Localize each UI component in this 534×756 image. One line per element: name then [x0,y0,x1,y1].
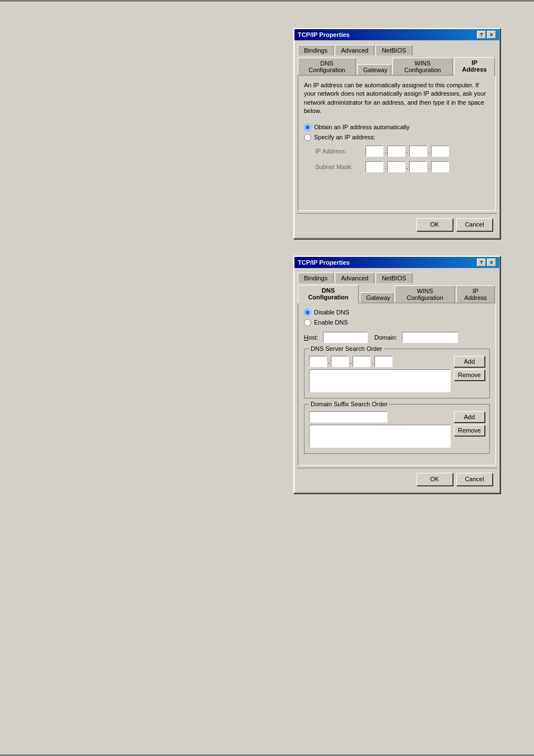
ok-button-2[interactable]: OK [416,473,453,486]
titlebar-2: TCP/IP Properties ? × [294,257,499,268]
tab-gateway-2[interactable]: Gateway [360,292,394,303]
dialog-1-title: TCP/IP Properties [298,31,350,38]
tab-ipaddress-1[interactable]: IP Address [454,57,495,76]
dns-ip-input-row: . . . [309,356,451,367]
dns-remove-button[interactable]: Remove [454,369,485,381]
ip-address-input-group: . . . [366,145,449,157]
tab-dns-1[interactable]: DNS Configuration [298,58,356,75]
radio-auto-label: Obtain an IP address automatically [314,124,409,130]
dialog-2-title: TCP/IP Properties [298,259,350,266]
tab-bindings-1[interactable]: Bindings [298,45,334,55]
tab-bindings-2[interactable]: Bindings [298,273,334,283]
host-domain-row: Host: Domain: [304,332,490,343]
dns-ip-seg-1[interactable] [309,356,327,367]
dns-server-list[interactable] [309,369,451,392]
domain-label: Domain: [374,334,397,341]
dialog-2-content: Bindings Advanced NetBIOS DNS Configurat… [294,268,499,492]
ip-seg-1[interactable] [366,145,383,157]
dns-server-content: . . . Add Remove [309,356,485,393]
tab-gateway-1[interactable]: Gateway [357,64,391,75]
dialog-tcpip-1: TCP/IP Properties ? × Bindings Advanced … [293,28,500,239]
ip-address-row: IP Address: . . . [315,145,490,157]
close-button-1[interactable]: × [487,31,496,39]
tab-wins-1[interactable]: WINS Configuration [392,58,453,75]
dns-radio-group: Disable DNS Enable DNS [304,309,490,326]
radio-disable-dns-item: Disable DNS [304,309,490,316]
dns-ip-seg-2[interactable] [331,356,349,367]
dns-ip-seg-4[interactable] [374,356,392,367]
radio-auto[interactable] [304,124,311,131]
ip-address-label: IP Address: [315,148,366,154]
tabs-row1-d2: Bindings Advanced NetBIOS [297,270,497,283]
domain-suffix-left [309,411,451,449]
tab-advanced-1[interactable]: Advanced [335,45,374,55]
dialog-tcpip-2: TCP/IP Properties ? × Bindings Advanced … [293,256,500,494]
title-buttons-2: ? × [477,259,496,266]
subnet-mask-row: Subnet Mask: . . . [315,161,490,172]
cancel-button-2[interactable]: Cancel [456,473,493,486]
radio-specify-item: Specify an IP address: [304,134,490,141]
tabs-row2-d1: DNS Configuration Gateway WINS Configura… [297,55,497,75]
ok-button-1[interactable]: OK [416,218,453,231]
domain-suffix-input-row [309,411,451,422]
domain-suffix-add-button[interactable]: Add [454,411,485,422]
subnet-seg-4[interactable] [431,161,449,172]
radio-disable-dns-label: Disable DNS [314,309,349,316]
tab-dns-config-2[interactable]: DNS Configuration [298,285,359,303]
subnet-mask-label: Subnet Mask: [315,163,366,170]
radio-auto-item: Obtain an IP address automatically [304,124,490,131]
dns-server-label: DNS Server Search Order [309,345,384,352]
domain-suffix-list[interactable] [309,425,451,448]
ip-seg-4[interactable] [431,145,449,157]
help-button-2[interactable]: ? [477,259,486,266]
dialog-1-content: Bindings Advanced NetBIOS DNS Configurat… [294,40,499,238]
help-button-1[interactable]: ? [477,31,486,39]
tabs-row2-d2: DNS Configuration Gateway WINS Configura… [297,283,497,303]
dns-add-button[interactable]: Add [454,356,485,367]
ip-fields: IP Address: . . . Subnet Mask: [315,145,490,172]
dns-ip-seg-3[interactable] [353,356,371,367]
radio-specify-label: Specify an IP address: [314,134,376,140]
subnet-mask-input-group: . . . [366,161,449,172]
cancel-button-1[interactable]: Cancel [456,218,493,231]
domain-suffix-section: Domain Suffix Search Order Add Remove [304,404,490,454]
dns-tab-panel: Disable DNS Enable DNS Host: Domain: [298,303,496,466]
host-label: Host: [304,334,318,341]
domain-suffix-remove-button[interactable]: Remove [454,425,485,436]
tab-ipaddress-2[interactable]: IP Address [456,285,495,303]
domain-suffix-input[interactable] [309,411,387,422]
tab-advanced-2[interactable]: Advanced [335,273,374,283]
close-button-2[interactable]: × [487,259,496,266]
dns-server-section: DNS Server Search Order . . . [304,349,490,398]
radio-disable-dns[interactable] [304,309,311,316]
subnet-seg-1[interactable] [366,161,383,172]
ip-seg-2[interactable] [387,145,405,157]
dialog-1-buttons: OK Cancel [297,213,497,236]
domain-input[interactable] [402,332,458,343]
dns-server-left: . . . [309,356,451,393]
domain-suffix-label: Domain Suffix Search Order [309,401,389,407]
tab-netbios-1[interactable]: NetBIOS [376,45,412,55]
dns-server-right: Add Remove [454,356,485,393]
title-buttons-1: ? × [477,31,496,39]
titlebar-1: TCP/IP Properties ? × [294,29,499,40]
subnet-seg-2[interactable] [387,161,405,172]
domain-suffix-content: Add Remove [309,411,485,449]
radio-enable-dns-label: Enable DNS [314,319,348,326]
tab-wins-2[interactable]: WINS Configuration [395,285,455,303]
ip-seg-3[interactable] [409,145,427,157]
tab-panel-1: An IP address can be automatically assig… [298,75,496,211]
domain-suffix-right: Add Remove [454,411,485,449]
description-text: An IP address can be automatically assig… [304,81,490,116]
tabs-row1-d1: Bindings Advanced NetBIOS [297,43,497,55]
host-input[interactable] [323,332,368,343]
subnet-seg-3[interactable] [409,161,427,172]
radio-enable-dns-item: Enable DNS [304,319,490,326]
radio-specify[interactable] [304,134,311,141]
radio-group-ip: Obtain an IP address automatically Speci… [304,124,490,141]
dialog-2-buttons: OK Cancel [297,468,497,490]
radio-enable-dns[interactable] [304,319,311,326]
tab-netbios-2[interactable]: NetBIOS [376,273,412,283]
